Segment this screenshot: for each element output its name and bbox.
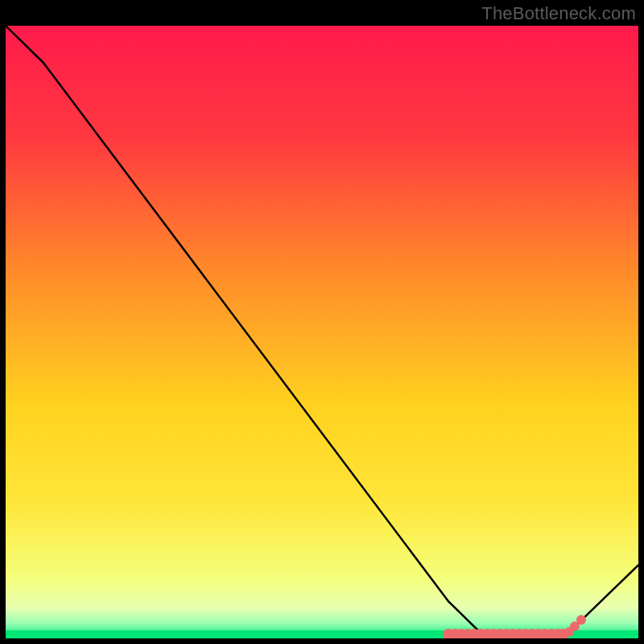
stage: TheBottleneck.com	[0, 0, 644, 644]
bottleneck-chart	[6, 26, 638, 638]
attribution-text: TheBottleneck.com	[481, 3, 636, 24]
gradient-background	[6, 26, 638, 638]
chart-container	[6, 26, 638, 638]
svg-point-21	[576, 615, 586, 625]
